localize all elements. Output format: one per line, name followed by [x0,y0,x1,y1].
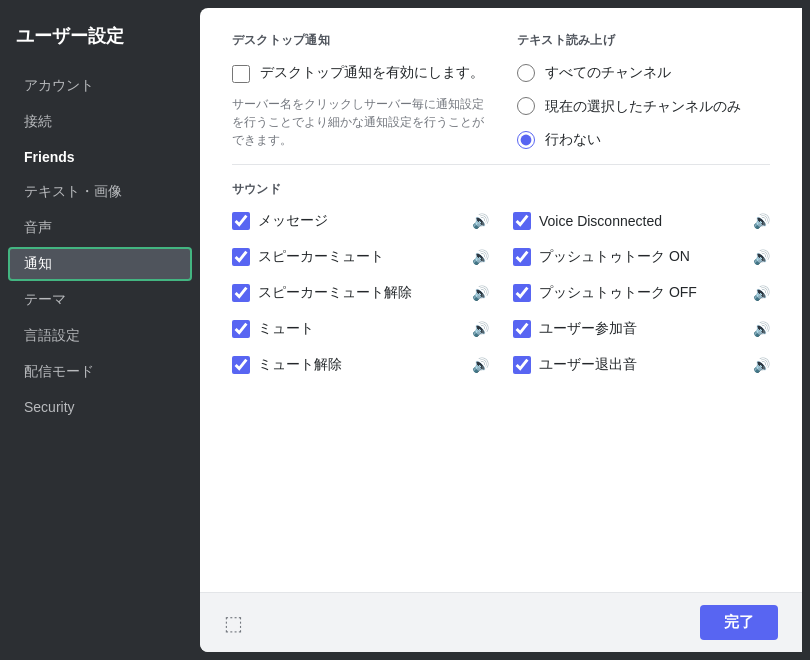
sound-item-user-leave: ユーザー退出音 🔊 [513,356,770,374]
sound-label-user-join: ユーザー参加音 [539,320,745,338]
sound-label-ptt-off: プッシュトゥトーク OFF [539,284,745,302]
speaker-icon-speaker-mute[interactable]: 🔊 [472,249,489,265]
sound-checkbox-message[interactable] [232,212,250,230]
sound-title: サウンド [232,181,770,198]
speaker-icon-message[interactable]: 🔊 [472,213,489,229]
speaker-icon-speaker-unmute[interactable]: 🔊 [472,285,489,301]
tts-option-all: すべてのチャンネル [517,63,770,83]
sound-checkbox-user-leave[interactable] [513,356,531,374]
sound-label-voice-disconnected: Voice Disconnected [539,213,745,229]
sound-label-unmute: ミュート解除 [258,356,464,374]
sound-item-ptt-on: プッシュトゥトーク ON 🔊 [513,248,770,266]
sound-item-speaker-mute: スピーカーミュート 🔊 [232,248,489,266]
sound-label-ptt-on: プッシュトゥトーク ON [539,248,745,266]
speaker-icon-unmute[interactable]: 🔊 [472,357,489,373]
speaker-icon-user-join[interactable]: 🔊 [753,321,770,337]
sound-checkbox-mute[interactable] [232,320,250,338]
sound-label-speaker-mute: スピーカーミュート [258,248,464,266]
tts-radio-current[interactable] [517,97,535,115]
main-content: デスクトップ通知 デスクトップ通知を有効にします。 サーバー名をクリックしサーバ… [200,8,802,652]
sound-checkbox-user-join[interactable] [513,320,531,338]
sidebar-item-notification[interactable]: 通知 [8,247,192,281]
sound-item-ptt-off: プッシュトゥトーク OFF 🔊 [513,284,770,302]
sound-item-mute: ミュート 🔊 [232,320,489,338]
sidebar-item-account[interactable]: アカウント [8,69,192,103]
content-area: デスクトップ通知 デスクトップ通知を有効にします。 サーバー名をクリックしサーバ… [200,8,802,592]
tts-radio-all[interactable] [517,64,535,82]
sound-checkbox-unmute[interactable] [232,356,250,374]
sound-checkbox-speaker-mute[interactable] [232,248,250,266]
sidebar-item-language[interactable]: 言語設定 [8,319,192,353]
tts-radio-none[interactable] [517,131,535,149]
sidebar-title: ユーザー設定 [0,16,200,68]
speaker-icon-user-leave[interactable]: 🔊 [753,357,770,373]
sidebar-item-security[interactable]: Security [8,391,192,423]
sidebar-item-connection[interactable]: 接続 [8,105,192,139]
sound-checkbox-ptt-off[interactable] [513,284,531,302]
done-button[interactable]: 完了 [700,605,778,640]
tts-label-all: すべてのチャンネル [545,63,671,83]
tts-option-none: 行わない [517,130,770,150]
tts-label-none: 行わない [545,130,601,150]
tts-label-current: 現在の選択したチャンネルのみ [545,97,741,117]
footer: ⬚ 完了 [200,592,802,652]
sidebar: ユーザー設定 アカウント 接続 Friends テキスト・画像 音声 通知 テー… [0,0,200,660]
sound-item-user-join: ユーザー参加音 🔊 [513,320,770,338]
sound-checkbox-voice-disconnected[interactable] [513,212,531,230]
sound-col-right: Voice Disconnected 🔊 プッシュトゥトーク ON 🔊 プッシュ… [513,212,770,392]
sound-item-speaker-unmute: スピーカーミュート解除 🔊 [232,284,489,302]
speaker-icon-ptt-off[interactable]: 🔊 [753,285,770,301]
sound-label-user-leave: ユーザー退出音 [539,356,745,374]
top-section: デスクトップ通知 デスクトップ通知を有効にします。 サーバー名をクリックしサーバ… [232,32,770,164]
sidebar-item-text-image[interactable]: テキスト・画像 [8,175,192,209]
enable-notification-row: デスクトップ通知を有効にします。 [232,63,485,83]
desktop-notification-title: デスクトップ通知 [232,32,485,49]
sidebar-item-theme[interactable]: テーマ [8,283,192,317]
sound-item-voice-disconnected: Voice Disconnected 🔊 [513,212,770,230]
speaker-icon-mute[interactable]: 🔊 [472,321,489,337]
tts-section: テキスト読み上げ すべてのチャンネル 現在の選択したチャンネルのみ 行わない [517,32,770,164]
enable-notification-label: デスクトップ通知を有効にします。 [260,63,484,83]
sidebar-item-voice[interactable]: 音声 [8,211,192,245]
sound-item-message: メッセージ 🔊 [232,212,489,230]
sound-label-speaker-unmute: スピーカーミュート解除 [258,284,464,302]
sidebar-item-streaming[interactable]: 配信モード [8,355,192,389]
sound-section: サウンド メッセージ 🔊 スピーカーミュート 🔊 [232,181,770,392]
app-container: ユーザー設定 アカウント 接続 Friends テキスト・画像 音声 通知 テー… [0,0,810,660]
logout-icon[interactable]: ⬚ [224,611,243,635]
sound-col-left: メッセージ 🔊 スピーカーミュート 🔊 スピーカーミュート解除 🔊 [232,212,489,392]
sound-label-message: メッセージ [258,212,464,230]
sound-item-unmute: ミュート解除 🔊 [232,356,489,374]
speaker-icon-voice-disconnected[interactable]: 🔊 [753,213,770,229]
enable-notification-checkbox[interactable] [232,65,250,83]
speaker-icon-ptt-on[interactable]: 🔊 [753,249,770,265]
sound-grid: メッセージ 🔊 スピーカーミュート 🔊 スピーカーミュート解除 🔊 [232,212,770,392]
desktop-notification-hint: サーバー名をクリックしサーバー毎に通知設定を行うことでより細かな通知設定を行うこ… [232,95,485,149]
section-divider [232,164,770,165]
tts-option-current: 現在の選択したチャンネルのみ [517,97,770,117]
sidebar-item-friends[interactable]: Friends [8,141,192,173]
sound-checkbox-ptt-on[interactable] [513,248,531,266]
tts-title: テキスト読み上げ [517,32,770,49]
sound-checkbox-speaker-unmute[interactable] [232,284,250,302]
desktop-notification-section: デスクトップ通知 デスクトップ通知を有効にします。 サーバー名をクリックしサーバ… [232,32,485,164]
sound-label-mute: ミュート [258,320,464,338]
